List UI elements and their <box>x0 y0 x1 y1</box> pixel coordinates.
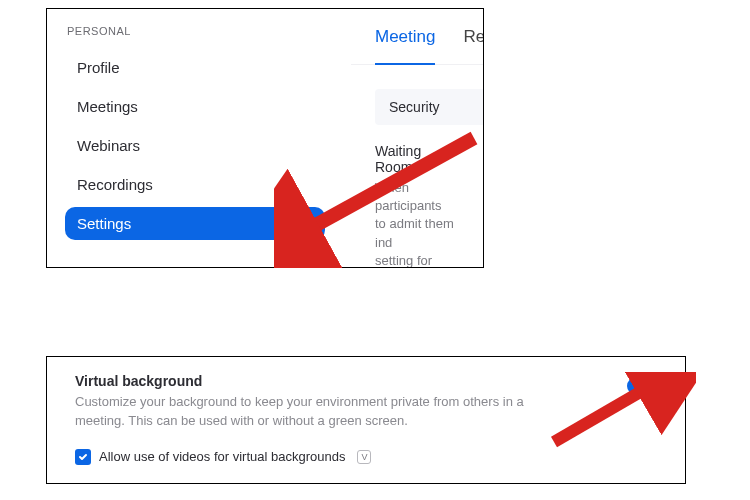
sidebar-item-meetings[interactable]: Meetings <box>65 90 325 123</box>
virtual-background-title: Virtual background <box>75 373 545 389</box>
settings-right-pane: Meeting Re Security Waiting Room When pa… <box>351 9 483 267</box>
settings-top-panel: PERSONAL Profile Meetings Webinars Recor… <box>46 8 484 268</box>
sidebar-item-settings[interactable]: Settings <box>65 207 325 240</box>
sidebar-item-label: Settings <box>77 215 131 232</box>
sidebar-section-label: PERSONAL <box>67 25 325 37</box>
virtual-background-text: Virtual background Customize your backgr… <box>75 373 545 431</box>
sidebar-item-webinars[interactable]: Webinars <box>65 129 325 162</box>
waiting-room-title: Waiting Room <box>375 143 459 175</box>
settings-subsections: Security Waiting Room When participants … <box>351 65 483 268</box>
sidebar-item-recordings[interactable]: Recordings <box>65 168 325 201</box>
tab-meeting[interactable]: Meeting <box>375 27 435 64</box>
sidebar-item-label: Meetings <box>77 98 138 115</box>
check-icon <box>78 452 88 462</box>
allow-videos-option: Allow use of videos for virtual backgrou… <box>75 449 661 465</box>
info-badge-icon[interactable]: V <box>357 450 371 464</box>
section-label: Security <box>389 99 440 115</box>
sidebar-item-profile[interactable]: Profile <box>65 51 325 84</box>
settings-tabs: Meeting Re <box>351 9 483 65</box>
virtual-background-row: Virtual background Customize your backgr… <box>75 373 661 431</box>
virtual-background-toggle[interactable] <box>627 377 661 395</box>
allow-videos-checkbox[interactable] <box>75 449 91 465</box>
tab-label: Re <box>463 27 484 46</box>
sidebar-item-label: Profile <box>77 59 120 76</box>
virtual-background-panel: Virtual background Customize your backgr… <box>46 356 686 484</box>
section-security[interactable]: Security <box>375 89 484 125</box>
sidebar-item-label: Webinars <box>77 137 140 154</box>
tab-recording[interactable]: Re <box>463 27 484 64</box>
waiting-room-description: When participants to admit them ind sett… <box>375 179 459 268</box>
virtual-background-description: Customize your background to keep your e… <box>75 393 545 431</box>
allow-videos-label: Allow use of videos for virtual backgrou… <box>99 449 345 464</box>
waiting-room-setting: Waiting Room When participants to admit … <box>375 143 459 268</box>
sidebar: PERSONAL Profile Meetings Webinars Recor… <box>47 9 343 267</box>
tab-label: Meeting <box>375 27 435 46</box>
sidebar-item-label: Recordings <box>77 176 153 193</box>
